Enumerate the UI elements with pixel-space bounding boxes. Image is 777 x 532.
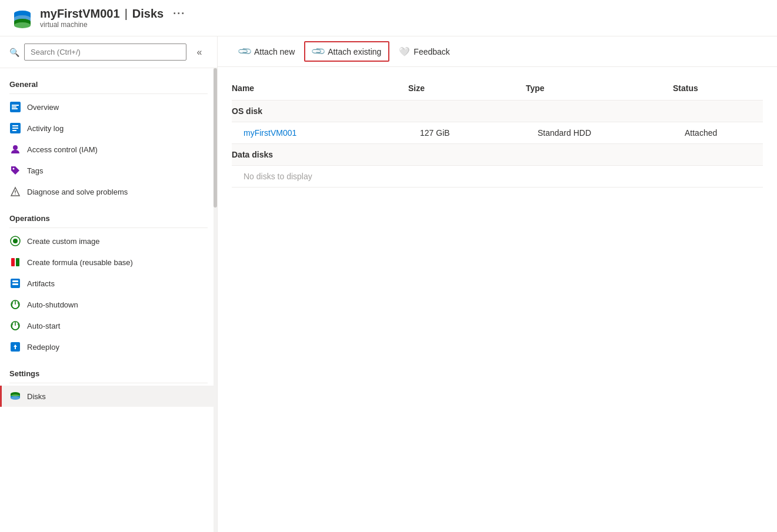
general-divider xyxy=(9,93,208,94)
os-disk-type-empty xyxy=(526,106,673,116)
iam-label: Access control (IAM) xyxy=(27,145,98,154)
os-disk-status: Attached xyxy=(685,128,777,138)
data-disks-status-empty xyxy=(673,150,777,159)
svg-point-36 xyxy=(11,396,20,400)
scrollbar-thumb[interactable] xyxy=(214,68,217,208)
diagnose-icon xyxy=(9,186,21,198)
attach-new-button[interactable]: 📎 Attach new xyxy=(232,42,302,61)
svg-point-18 xyxy=(15,193,16,195)
attach-new-label: Attach new xyxy=(254,47,295,56)
iam-icon xyxy=(9,143,21,155)
redeploy-icon xyxy=(9,341,21,353)
data-disks-type-empty xyxy=(526,150,673,159)
artifacts-label: Artifacts xyxy=(27,279,55,288)
sidebar-item-iam[interactable]: Access control (IAM) xyxy=(0,139,217,160)
page-title: myFirstVM001 | Disks ··· xyxy=(40,7,185,21)
feedback-label: Feedback xyxy=(413,47,449,56)
col-type: Type xyxy=(526,83,673,93)
sidebar-item-tags[interactable]: Tags xyxy=(0,160,217,181)
data-disks-label: Data disks xyxy=(232,150,408,159)
svg-rect-31 xyxy=(15,347,16,349)
svg-rect-13 xyxy=(12,128,18,129)
activity-log-label: Activity log xyxy=(27,124,64,133)
feedback-icon: 🤍 xyxy=(399,46,410,57)
svg-rect-12 xyxy=(12,125,18,126)
sidebar-item-activity-log[interactable]: Activity log xyxy=(0,118,217,139)
sidebar-item-artifacts[interactable]: Artifacts xyxy=(0,273,217,294)
section-operations: Operations xyxy=(0,207,217,225)
operations-divider xyxy=(9,227,208,228)
svg-rect-21 xyxy=(11,258,15,266)
custom-image-label: Create custom image xyxy=(27,237,100,246)
auto-start-label: Auto-start xyxy=(27,322,60,330)
disks-icon xyxy=(9,390,21,402)
col-size: Size xyxy=(408,83,526,93)
col-name: Name xyxy=(232,83,408,93)
vm-name: myFirstVM001 xyxy=(40,7,120,21)
header-subtitle: virtual machine xyxy=(40,21,185,29)
data-disks-size-empty xyxy=(408,150,526,159)
os-disk-size-empty xyxy=(408,106,526,116)
vm-icon xyxy=(12,8,33,29)
svg-rect-24 xyxy=(12,280,18,282)
page-name: Disks xyxy=(132,7,164,21)
sidebar-item-formula[interactable]: Create formula (reusable base) xyxy=(0,252,217,273)
sidebar-item-redeploy[interactable]: Redeploy xyxy=(0,336,217,357)
artifacts-icon xyxy=(9,277,21,289)
attach-new-icon: 📎 xyxy=(236,44,253,60)
header-title-block: myFirstVM001 | Disks ··· virtual machine xyxy=(40,7,185,29)
toolbar: 📎 Attach new 📎 Attach existing 🤍 Feedbac… xyxy=(218,36,777,67)
diagnose-label: Diagnose and solve problems xyxy=(27,188,128,196)
attach-existing-label: Attach existing xyxy=(328,47,381,56)
overview-label: Overview xyxy=(27,103,59,112)
settings-divider xyxy=(9,383,208,383)
data-disks-section: Data disks xyxy=(232,144,763,166)
sidebar-content: General Overview Activity log Access con… xyxy=(0,68,217,532)
auto-shutdown-label: Auto-shutdown xyxy=(27,300,78,309)
section-general: General xyxy=(0,73,217,91)
feedback-button[interactable]: 🤍 Feedback xyxy=(392,43,456,61)
tag-icon xyxy=(9,165,21,176)
disks-label: Disks xyxy=(27,392,46,401)
disk-table: Name Size Type Status OS disk myFirstVM0… xyxy=(218,67,777,532)
svg-rect-22 xyxy=(16,258,19,266)
os-disk-name[interactable]: myFirstVM001 xyxy=(244,128,420,138)
image-icon xyxy=(9,235,21,247)
svg-rect-9 xyxy=(12,106,16,108)
collapse-button[interactable]: « xyxy=(191,44,208,61)
os-disk-size: 127 GiB xyxy=(420,128,538,138)
svg-point-16 xyxy=(13,168,15,170)
attach-existing-icon: 📎 xyxy=(310,44,326,60)
formula-label: Create formula (reusable base) xyxy=(27,258,133,267)
svg-rect-25 xyxy=(12,283,18,285)
redeploy-label: Redeploy xyxy=(27,343,59,352)
page-header: myFirstVM001 | Disks ··· virtual machine xyxy=(0,0,777,36)
autostart-icon xyxy=(9,320,21,332)
more-button[interactable]: ··· xyxy=(173,8,185,20)
os-disk-label: OS disk xyxy=(232,106,408,116)
os-disk-status-empty xyxy=(673,106,777,116)
search-input[interactable] xyxy=(24,44,186,61)
sidebar-item-custom-image[interactable]: Create custom image xyxy=(0,230,217,252)
formula-icon xyxy=(9,256,21,268)
svg-rect-10 xyxy=(12,108,18,109)
os-disk-section: OS disk xyxy=(232,101,763,122)
sidebar-item-auto-shutdown[interactable]: Auto-shutdown xyxy=(0,294,217,315)
sidebar-item-auto-start[interactable]: Auto-start xyxy=(0,315,217,336)
svg-point-6 xyxy=(14,22,31,28)
sidebar-item-diagnose[interactable]: Diagnose and solve problems xyxy=(0,181,217,202)
attach-existing-button[interactable]: 📎 Attach existing xyxy=(304,41,389,62)
sidebar-item-disks[interactable]: Disks xyxy=(0,386,217,407)
os-disk-type: Standard HDD xyxy=(538,128,685,138)
activity-log-icon xyxy=(9,122,21,134)
overview-icon xyxy=(9,101,21,113)
svg-rect-14 xyxy=(12,130,16,131)
title-separator: | xyxy=(125,7,128,21)
section-settings: Settings xyxy=(0,362,217,380)
main-layout: 🔍 « General Overview Activi xyxy=(0,36,777,532)
svg-point-20 xyxy=(13,239,18,243)
sidebar-item-overview[interactable]: Overview xyxy=(0,96,217,118)
table-header: Name Size Type Status xyxy=(232,76,763,101)
col-status: Status xyxy=(673,83,777,93)
shutdown-icon xyxy=(9,299,21,310)
